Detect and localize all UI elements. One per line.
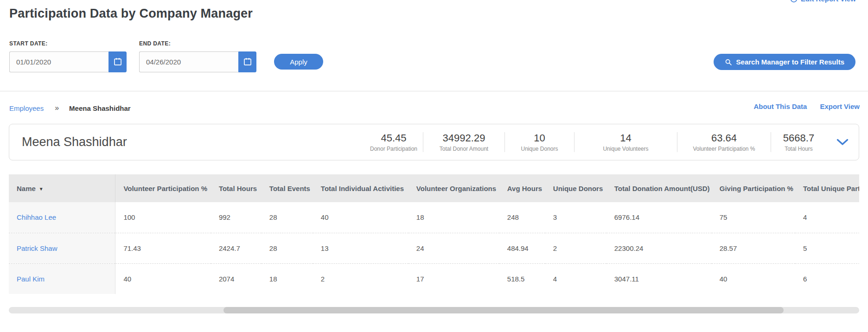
stat-value: 10 [534,132,545,144]
filter-labels-row: START DATE: END DATE: [0,40,868,47]
stat-label: Unique Volunteers [603,146,648,152]
summary-stats: 45.45Donor Participation34992.29Total Do… [364,124,826,160]
column-header-name[interactable]: Name▼ [9,174,115,202]
search-manager-button-label: Search Manager to Filter Results [736,58,844,66]
end-date-widget [139,51,256,72]
start-date-input[interactable] [9,51,108,72]
table-row: Patrick Shaw71.432424.7281324484.9422230… [9,233,859,263]
filter-controls-row: Apply Search Manager to Filter Results [0,51,868,72]
start-date-label: START DATE: [9,40,139,47]
breadcrumb-actions: About This Data Export View [753,102,860,110]
table-cell: 40 [115,263,211,294]
column-header[interactable]: Total Unique Part [795,174,859,202]
table-cell: 13 [313,233,408,263]
stat-value: 63.64 [711,132,737,144]
table-cell: 40 [313,202,408,233]
end-date-label: END DATE: [139,40,171,47]
calendar-icon [113,57,122,66]
table-cell: 22300.24 [606,233,712,263]
table-cell: 18 [262,263,313,294]
participation-report-page: Edit Report View Participation Data by C… [0,0,868,332]
page-title: Participation Data by Company Manager [0,0,868,21]
table-cell: 2424.7 [211,233,262,263]
table-cell: 2 [545,233,606,263]
table-cell: 518.5 [499,263,545,294]
table-cell: 4 [795,202,859,233]
section-divider [0,91,868,91]
employee-table: Name▼Volunteer Participation %Total Hour… [9,174,859,294]
column-header[interactable]: Avg Hours [499,174,545,202]
table-cell: 75 [712,202,795,233]
table-cell: 248 [499,202,545,233]
employee-link[interactable]: Chihhao Lee [17,213,56,221]
export-view-link[interactable]: Export View [820,102,860,110]
table-body: Chihhao Lee10099228401824836976.14754Pat… [9,202,859,294]
table-cell: 28 [262,202,313,233]
table-cell: 71.43 [115,233,211,263]
employee-name-cell: Patrick Shaw [9,233,115,263]
stat-value: 5668.7 [783,132,814,144]
breadcrumb-separator: » [55,104,59,112]
summary-stat: 10Unique Donors [504,132,574,152]
start-date-widget [9,51,127,72]
table-cell: 28 [262,233,313,263]
employee-name-cell: Chihhao Lee [9,202,115,233]
about-this-data-link[interactable]: About This Data [753,102,807,110]
search-manager-button[interactable]: Search Manager to Filter Results [714,54,855,70]
table-row: Chihhao Lee10099228401824836976.14754 [9,202,859,233]
table-cell: 100 [115,202,211,233]
stat-label: Unique Donors [521,146,558,152]
summary-stat: 14Unique Volunteers [574,132,677,152]
employee-link[interactable]: Paul Kim [17,275,45,283]
table-header-row: Name▼Volunteer Participation %Total Hour… [9,174,859,202]
stat-value: 14 [620,132,631,144]
search-icon [725,58,732,66]
table-cell: 2074 [211,263,262,294]
horizontal-scrollbar-track[interactable] [9,307,859,313]
summary-stat: 63.64Volunteer Participation % [677,132,771,152]
table-cell: 2 [313,263,408,294]
stat-value: 45.45 [381,132,406,144]
summary-stat: 45.45Donor Participation [364,132,423,152]
table-row: Paul Kim40207418217518.543047.11406 [9,263,859,294]
table-cell: 3047.11 [606,263,712,294]
breadcrumb-current: Meena Shashidhar [69,104,131,112]
column-header[interactable]: Unique Donors [545,174,606,202]
column-header[interactable]: Total Events [262,174,313,202]
employee-name-cell: Paul Kim [9,263,115,294]
manager-name: Meena Shashidhar [9,135,364,149]
table-cell: 28.57 [712,233,795,263]
breadcrumb-employees-link[interactable]: Employees [9,104,44,112]
stat-value: 34992.29 [443,132,485,144]
table-cell: 484.94 [499,233,545,263]
table-cell: 40 [712,263,795,294]
breadcrumb: Employees » Meena Shashidhar About This … [0,102,868,114]
expand-card-control[interactable] [826,139,859,146]
summary-stat: 34992.29Total Donor Amount [423,132,504,152]
start-date-calendar-button[interactable] [108,51,127,72]
table-cell: 24 [408,233,499,263]
employee-table-container: Name▼Volunteer Participation %Total Hour… [9,174,859,294]
horizontal-scrollbar-thumb[interactable] [223,307,784,313]
table-cell: 4 [545,263,606,294]
edit-report-view-link[interactable]: Edit Report View [790,0,856,3]
table-cell: 6976.14 [606,202,712,233]
summary-stat: 5668.7Total Hours [771,132,826,152]
column-header[interactable]: Total Donation Amount(USD) [606,174,712,202]
edit-report-view-label: Edit Report View [801,0,856,3]
column-header[interactable]: Total Hours [211,174,262,202]
column-header[interactable]: Volunteer Organizations [408,174,499,202]
apply-button[interactable]: Apply [274,54,323,70]
column-header[interactable]: Total Individual Activities [313,174,408,202]
chevron-down-icon [836,139,849,146]
manager-summary-card: Meena Shashidhar 45.45Donor Participatio… [9,124,859,160]
table-cell: 3 [545,202,606,233]
table-cell: 5 [795,233,859,263]
employee-link[interactable]: Patrick Shaw [17,244,57,252]
stat-label: Volunteer Participation % [693,146,755,152]
end-date-input[interactable] [139,51,238,72]
table-cell: 18 [408,202,499,233]
column-header[interactable]: Giving Participation % [712,174,795,202]
end-date-calendar-button[interactable] [238,51,256,72]
column-header[interactable]: Volunteer Participation % [115,174,211,202]
